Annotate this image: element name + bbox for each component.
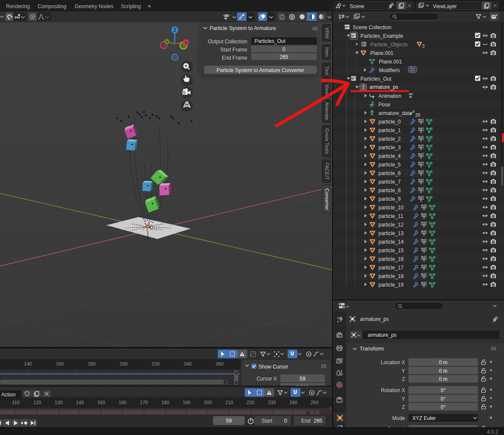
svg-text:Z: Z [174,28,176,33]
